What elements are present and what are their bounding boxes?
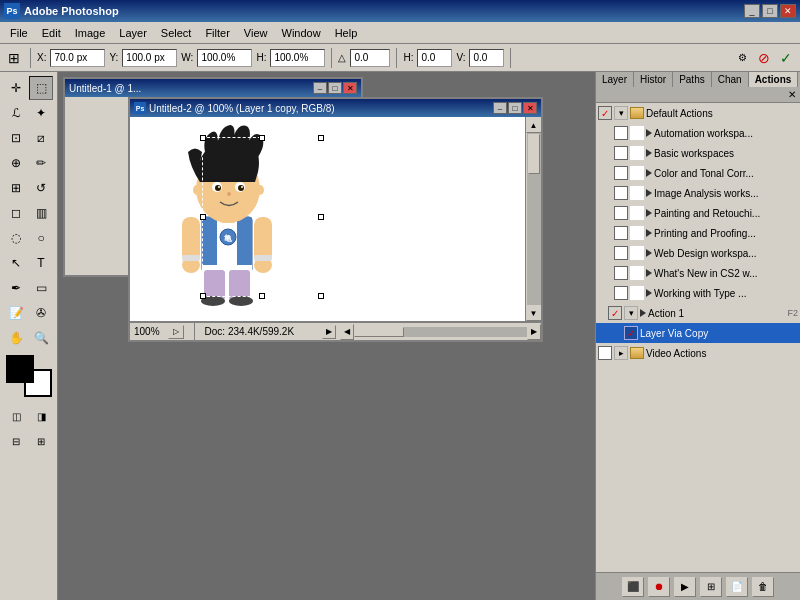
cb-video[interactable]	[598, 346, 612, 360]
menu-filter[interactable]: Filter	[199, 25, 235, 41]
cb-workingtype[interactable]	[614, 286, 628, 300]
zoom-menu-btn[interactable]: ▷	[168, 325, 184, 339]
tab-channels[interactable]: Chan	[712, 72, 749, 87]
doc1-minimize[interactable]: –	[313, 82, 327, 94]
cb-color[interactable]	[614, 166, 628, 180]
exp-action1[interactable]: ▾	[624, 306, 638, 320]
exp-color[interactable]	[630, 166, 644, 180]
hscroll-thumb[interactable]	[354, 327, 404, 337]
cb-web[interactable]	[614, 246, 628, 260]
close-button[interactable]: ✕	[780, 4, 796, 18]
cb-printing[interactable]	[614, 226, 628, 240]
hscroll-right[interactable]: ▶	[527, 324, 541, 340]
y-input[interactable]	[122, 49, 177, 67]
transform-options-icon[interactable]: ⚙	[732, 48, 752, 68]
exp-image[interactable]	[630, 186, 644, 200]
dodge-tool[interactable]: ○	[29, 226, 53, 250]
exp-web[interactable]	[630, 246, 644, 260]
hscroll-track[interactable]	[354, 327, 528, 337]
tab-paths[interactable]: Paths	[673, 72, 712, 87]
menu-help[interactable]: Help	[329, 25, 364, 41]
new-step-button[interactable]: ⊞	[700, 577, 722, 597]
panel-close-btn[interactable]: ✕	[784, 87, 800, 102]
hand-tool[interactable]: ✋	[4, 326, 28, 350]
action-row-color[interactable]: Color and Tonal Corr...	[596, 163, 800, 183]
action-row-painting[interactable]: Painting and Retouchi...	[596, 203, 800, 223]
action-row-working-type[interactable]: Working with Type ...	[596, 283, 800, 303]
eyedropper-tool[interactable]: ✇	[29, 301, 53, 325]
vscroll-up[interactable]: ▲	[526, 117, 542, 133]
delete-button[interactable]: 🗑	[752, 577, 774, 597]
new-action-button[interactable]: 📄	[726, 577, 748, 597]
cb-action1[interactable]	[608, 306, 622, 320]
blur-tool[interactable]: ◌	[4, 226, 28, 250]
record-button[interactable]: ⏺	[648, 577, 670, 597]
exp-painting[interactable]	[630, 206, 644, 220]
h-input[interactable]	[270, 49, 325, 67]
menu-select[interactable]: Select	[155, 25, 198, 41]
doc2-canvas[interactable]: 亀	[130, 117, 525, 321]
play-button[interactable]: ▶	[674, 577, 696, 597]
slice-tool[interactable]: ⧄	[29, 126, 53, 150]
exp-basic[interactable]	[630, 146, 644, 160]
action-row-web[interactable]: Web Design workspa...	[596, 243, 800, 263]
w-input[interactable]	[197, 49, 252, 67]
doc1-close[interactable]: ✕	[343, 82, 357, 94]
action-row-whatsnew[interactable]: What's New in CS2 w...	[596, 263, 800, 283]
cb-basic[interactable]	[614, 146, 628, 160]
exp-automation[interactable]	[630, 126, 644, 140]
action-row-action1[interactable]: ▾ Action 1 F2	[596, 303, 800, 323]
eraser-tool[interactable]: ◻	[4, 201, 28, 225]
menu-view[interactable]: View	[238, 25, 274, 41]
hskew-input[interactable]	[417, 49, 452, 67]
minimize-button[interactable]: _	[744, 4, 760, 18]
doc2-minimize[interactable]: –	[493, 102, 507, 114]
full-screen-mode[interactable]: ⊞	[29, 429, 53, 453]
doc1-maximize[interactable]: □	[328, 82, 342, 94]
vskew-input[interactable]	[469, 49, 504, 67]
cb-automation[interactable]	[614, 126, 628, 140]
tab-history[interactable]: Histor	[634, 72, 673, 87]
cancel-transform-icon[interactable]: ⊘	[754, 48, 774, 68]
quick-mask-off[interactable]: ◫	[4, 404, 28, 428]
gradient-tool[interactable]: ▥	[29, 201, 53, 225]
shape-tool[interactable]: ▭	[29, 276, 53, 300]
action-row-default-actions[interactable]: ▾ Default Actions	[596, 103, 800, 123]
exp-printing[interactable]	[630, 226, 644, 240]
menu-edit[interactable]: Edit	[36, 25, 67, 41]
action-row-video[interactable]: ▸ Video Actions	[596, 343, 800, 363]
menu-layer[interactable]: Layer	[113, 25, 153, 41]
move-tool[interactable]: ✛	[4, 76, 28, 100]
history-brush-tool[interactable]: ↺	[29, 176, 53, 200]
exp-workingtype[interactable]	[630, 286, 644, 300]
action-row-layer-via-copy[interactable]: Layer Via Copy	[596, 323, 800, 343]
type-tool[interactable]: T	[29, 251, 53, 275]
doc2-close[interactable]: ✕	[523, 102, 537, 114]
zoom-tool[interactable]: 🔍	[29, 326, 53, 350]
action-expand-default[interactable]: ▾	[614, 106, 628, 120]
menu-image[interactable]: Image	[69, 25, 112, 41]
cb-layerviacopy[interactable]	[624, 326, 638, 340]
action-row-image[interactable]: Image Analysis works...	[596, 183, 800, 203]
menu-window[interactable]: Window	[276, 25, 327, 41]
vscroll-thumb[interactable]	[528, 134, 540, 174]
marquee-tool[interactable]: ⬚	[29, 76, 53, 100]
confirm-transform-icon[interactable]: ✓	[776, 48, 796, 68]
tab-layers[interactable]: Layer	[596, 72, 634, 87]
doc2-vscroll[interactable]: ▲ ▼	[525, 117, 541, 321]
tab-actions[interactable]: Actions	[749, 72, 799, 87]
magic-wand-tool[interactable]: ✦	[29, 101, 53, 125]
doc2-maximize[interactable]: □	[508, 102, 522, 114]
crop-tool[interactable]: ⊡	[4, 126, 28, 150]
brush-tool[interactable]: ✏	[29, 151, 53, 175]
action-row-automation[interactable]: Automation workspa...	[596, 123, 800, 143]
quick-mask-on[interactable]: ◨	[29, 404, 53, 428]
rotation-input[interactable]	[350, 49, 390, 67]
hscroll-left[interactable]: ◀	[340, 324, 354, 340]
action-checkbox-default[interactable]	[598, 106, 612, 120]
maximize-button[interactable]: □	[762, 4, 778, 18]
path-select-tool[interactable]: ↖	[4, 251, 28, 275]
x-input[interactable]	[50, 49, 105, 67]
menu-file[interactable]: File	[4, 25, 34, 41]
vscroll-down[interactable]: ▼	[526, 305, 542, 321]
